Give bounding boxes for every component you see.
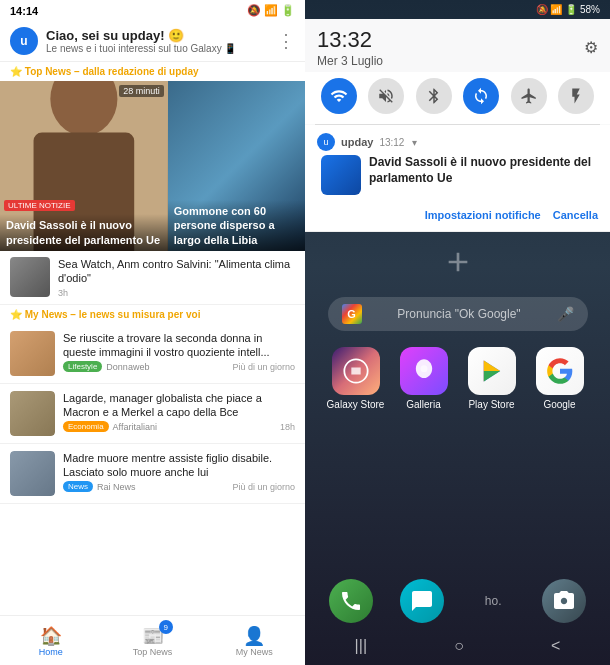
- settings-gear-icon[interactable]: ⚙: [584, 38, 598, 57]
- top-news-images: ULTIME NOTIZIE 28 minuti David Sassoli è…: [0, 81, 305, 251]
- notif-app-name: upday: [341, 136, 373, 148]
- mic-icon[interactable]: 🎤: [557, 306, 574, 322]
- notif-time-date: 13:32 Mer 3 Luglio: [317, 27, 383, 68]
- top-news-item-left[interactable]: ULTIME NOTIZIE 28 minuti David Sassoli è…: [0, 81, 168, 251]
- notif-title: David Sassoli è il nuovo presidente del …: [369, 155, 598, 186]
- play-store-icon: [468, 347, 516, 395]
- notif-settings-button[interactable]: Impostazioni notifiche: [425, 209, 541, 221]
- phone-icon: [329, 579, 373, 623]
- my-news-title-3: Madre muore mentre assiste figlio disabi…: [63, 451, 295, 480]
- app-galleria[interactable]: Galleria: [394, 347, 454, 410]
- app-play-store[interactable]: Play Store: [462, 347, 522, 410]
- nav-home-label: Home: [39, 647, 63, 657]
- qs-sync-button[interactable]: [463, 78, 499, 114]
- nav-back-button[interactable]: <: [539, 633, 572, 659]
- app-google[interactable]: Google: [530, 347, 590, 410]
- home-screen: G Pronuncia "Ok Google" 🎤 Galaxy Store: [305, 232, 610, 571]
- breaking-news-badge: ULTIME NOTIZIE: [4, 200, 75, 211]
- my-news-thumb-2: [10, 391, 55, 436]
- small-news-time: 3h: [58, 288, 295, 298]
- dock-messages[interactable]: [400, 579, 444, 623]
- right-panel: 🔕 📶 🔋 58% 13:32 Mer 3 Luglio ⚙: [305, 0, 610, 665]
- notif-cancel-button[interactable]: Cancella: [553, 209, 598, 221]
- qs-flashlight-button[interactable]: [558, 78, 594, 114]
- status-bar-right: 🔕 📶 🔋 58%: [305, 0, 610, 19]
- search-placeholder-text: Pronuncia "Ok Google": [370, 307, 549, 321]
- notif-body: David Sassoli è il nuovo presidente del …: [321, 155, 598, 195]
- app-label-playstore: Play Store: [468, 399, 514, 410]
- google-logo: G: [342, 304, 362, 324]
- tag-lifestyle: Lifestyle: [63, 361, 102, 372]
- top-news-item-right[interactable]: Gommone con 60 persone disperso a largo …: [168, 81, 305, 251]
- notification-item[interactable]: u upday 13:12 ▾ David Sassoli è il nuovo…: [305, 125, 610, 203]
- camera-icon: [542, 579, 586, 623]
- chevron-down-icon: ▾: [412, 137, 417, 148]
- my-news-meta-3: News Rai News Più di un giorno: [63, 481, 295, 492]
- nav-recent-button[interactable]: |||: [343, 633, 379, 659]
- my-news-thumb-1: [10, 331, 55, 376]
- small-news-text: Sea Watch, Anm contro Salvini: "Alimenta…: [58, 257, 295, 298]
- notif-app-icon: u: [317, 133, 335, 151]
- qs-airplane-button[interactable]: [511, 78, 547, 114]
- galaxy-store-icon: [332, 347, 380, 395]
- notif-app-time: 13:12: [379, 137, 404, 148]
- my-news-time-3: Più di un giorno: [232, 482, 295, 492]
- app-label-galleria: Galleria: [406, 399, 440, 410]
- my-news-section: ⭐ My News – le news su misura per voi Se…: [0, 305, 305, 615]
- my-news-time-1: Più di un giorno: [232, 362, 295, 372]
- list-item[interactable]: Madre muore mentre assiste figlio disabi…: [0, 444, 305, 504]
- app-label-google: Google: [543, 399, 575, 410]
- my-news-source-2: Affaritaliani: [113, 422, 157, 432]
- notif-text: David Sassoli è il nuovo presidente del …: [369, 155, 598, 186]
- notif-item-header: u upday 13:12 ▾: [317, 133, 598, 151]
- status-icons-right: 🔕 📶 🔋 58%: [536, 4, 600, 15]
- nav-home[interactable]: 🏠 Home: [0, 616, 102, 665]
- news-time-badge: 28 minuti: [119, 85, 164, 97]
- status-bar-left: 14:14 🔕 📶 🔋: [0, 0, 305, 21]
- bottom-dock: ho.: [305, 571, 610, 627]
- dock-phone[interactable]: [329, 579, 373, 623]
- app-galaxy-store[interactable]: Galaxy Store: [326, 347, 386, 410]
- upday-logo: u: [10, 27, 38, 55]
- notif-large-icon: [321, 155, 361, 195]
- qs-bluetooth-button[interactable]: [416, 78, 452, 114]
- top-news-right-caption: Gommone con 60 persone disperso a largo …: [168, 200, 305, 251]
- dock-camera[interactable]: [542, 579, 586, 623]
- google-search-bar[interactable]: G Pronuncia "Ok Google" 🎤: [328, 297, 588, 331]
- list-item[interactable]: Se riuscite a trovare la seconda donna i…: [0, 324, 305, 384]
- bottom-nav: 🏠 Home 9 📰 Top News 👤 My News: [0, 615, 305, 665]
- top-news-left-caption: David Sassoli è il nuovo presidente del …: [0, 214, 168, 251]
- more-menu-icon[interactable]: ⋮: [277, 30, 295, 52]
- header-text: Ciao, sei su upday! 🙂 Le news e i tuoi i…: [46, 28, 269, 54]
- small-news-item[interactable]: Sea Watch, Anm contro Salvini: "Alimenta…: [0, 251, 305, 305]
- small-news-title: Sea Watch, Anm contro Salvini: "Alimenta…: [58, 257, 295, 286]
- notif-time: 13:32: [317, 27, 383, 53]
- app-label-galaxy: Galaxy Store: [327, 399, 385, 410]
- nav-topnews[interactable]: 9 📰 Top News: [102, 616, 204, 665]
- nav-mynews-label: My News: [236, 647, 273, 657]
- my-news-time-2: 18h: [280, 422, 295, 432]
- notification-panel: 13:32 Mer 3 Luglio ⚙: [305, 19, 610, 232]
- add-widget-button[interactable]: [442, 246, 474, 285]
- app-grid: Galaxy Store Galleria: [326, 347, 590, 410]
- my-news-thumb-3: [10, 451, 55, 496]
- header-left: u Ciao, sei su upday! 🙂 Le news e i tuoi…: [0, 21, 305, 62]
- nav-mynews[interactable]: 👤 My News: [203, 616, 305, 665]
- greeting-title: Ciao, sei su upday! 🙂: [46, 28, 269, 43]
- notif-time-row: 13:32 Mer 3 Luglio ⚙: [305, 19, 610, 72]
- list-item[interactable]: Lagarde, manager globalista che piace a …: [0, 384, 305, 444]
- tag-economia: Economia: [63, 421, 109, 432]
- my-news-source-3: Rai News: [97, 482, 136, 492]
- tag-news: News: [63, 481, 93, 492]
- my-news-content-1: Se riuscite a trovare la seconda donna i…: [63, 331, 295, 373]
- mynews-icon: 👤: [243, 625, 265, 647]
- my-news-meta-2: Economia Affaritaliani 18h: [63, 421, 295, 432]
- nav-home-button[interactable]: ○: [442, 633, 476, 659]
- galleria-icon: [400, 347, 448, 395]
- time-left: 14:14: [10, 5, 38, 17]
- small-news-thumb: [10, 257, 50, 297]
- qs-wifi-button[interactable]: [321, 78, 357, 114]
- qs-mute-button[interactable]: [368, 78, 404, 114]
- my-news-content-2: Lagarde, manager globalista che piace a …: [63, 391, 295, 433]
- dock-ho-label: ho.: [471, 579, 515, 623]
